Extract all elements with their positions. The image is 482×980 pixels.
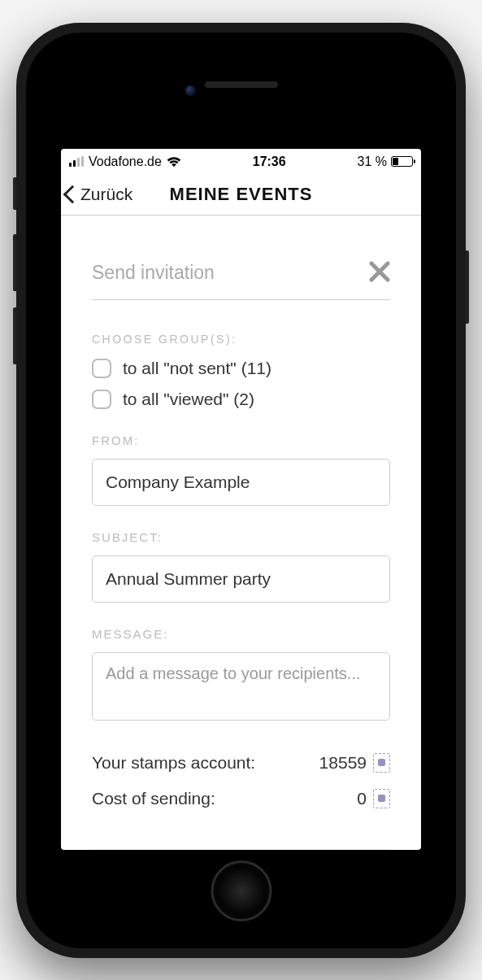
message-label: MESSAGE: xyxy=(92,627,390,641)
back-label: Zurück xyxy=(80,185,132,204)
groups-section-label: CHOOSE GROUP(S): xyxy=(92,333,390,346)
checkbox-icon xyxy=(92,359,111,378)
group-option-label: to all "not sent" (11) xyxy=(123,359,271,378)
chevron-left-icon xyxy=(63,185,82,204)
checkbox-icon xyxy=(92,390,111,409)
wifi-icon xyxy=(167,156,181,168)
phone-top-area xyxy=(33,40,449,129)
subject-label: SUBJECT: xyxy=(92,530,390,544)
close-icon xyxy=(369,261,390,282)
stamps-account-value-wrap: 18559 xyxy=(319,753,390,773)
stamp-icon xyxy=(373,753,390,773)
home-button[interactable] xyxy=(211,860,271,921)
earpiece-speaker-icon xyxy=(205,81,278,88)
carrier-label: Vodafone.de xyxy=(89,155,162,169)
battery-percent: 31 % xyxy=(358,155,387,169)
close-button[interactable] xyxy=(369,260,390,286)
nav-bar: Zurück MEINE EVENTS xyxy=(61,175,421,216)
phone-frame: Vodafone.de 17:36 31 % xyxy=(16,23,466,958)
status-right: 31 % xyxy=(358,155,413,169)
group-option-label: to all "viewed" (2) xyxy=(123,390,254,409)
status-left: Vodafone.de xyxy=(69,155,181,169)
screen: Vodafone.de 17:36 31 % xyxy=(61,149,421,850)
volume-down-button xyxy=(13,307,16,364)
cost-row: Cost of sending: 0 xyxy=(92,789,390,808)
power-button xyxy=(466,250,469,324)
cost-value-wrap: 0 xyxy=(357,789,390,808)
subject-field[interactable] xyxy=(92,555,390,603)
mute-switch xyxy=(13,177,16,210)
front-camera-icon xyxy=(185,85,196,96)
page-title: MEINE EVENTS xyxy=(170,184,313,205)
modal-title: Send invitation xyxy=(92,262,215,284)
phone-body: Vodafone.de 17:36 31 % xyxy=(33,40,449,941)
from-field[interactable] xyxy=(92,459,390,506)
stamp-icon xyxy=(373,789,390,808)
back-button[interactable]: Zurück xyxy=(61,175,137,215)
cost-label: Cost of sending: xyxy=(92,789,215,808)
cost-value: 0 xyxy=(357,789,367,808)
modal-header: Send invitation xyxy=(92,260,390,300)
volume-up-button xyxy=(13,234,16,291)
battery-icon xyxy=(391,156,413,167)
stamps-account-value: 18559 xyxy=(319,753,367,773)
group-option-viewed[interactable]: to all "viewed" (2) xyxy=(92,390,390,409)
stamps-account-row: Your stamps account: 18559 xyxy=(92,753,390,773)
content-area: Send invitation CHOOSE GROUP(S): to all … xyxy=(61,216,421,850)
message-field[interactable] xyxy=(92,652,390,721)
phone-bezel: Vodafone.de 17:36 31 % xyxy=(26,33,456,948)
confirm-button[interactable]: CONFIRM xyxy=(92,849,390,850)
from-label: FROM: xyxy=(92,433,390,447)
signal-icon xyxy=(69,156,84,167)
stamps-account-label: Your stamps account: xyxy=(92,753,255,773)
status-time: 17:36 xyxy=(253,155,286,169)
status-bar: Vodafone.de 17:36 31 % xyxy=(61,149,421,175)
group-option-not-sent[interactable]: to all "not sent" (11) xyxy=(92,359,390,378)
